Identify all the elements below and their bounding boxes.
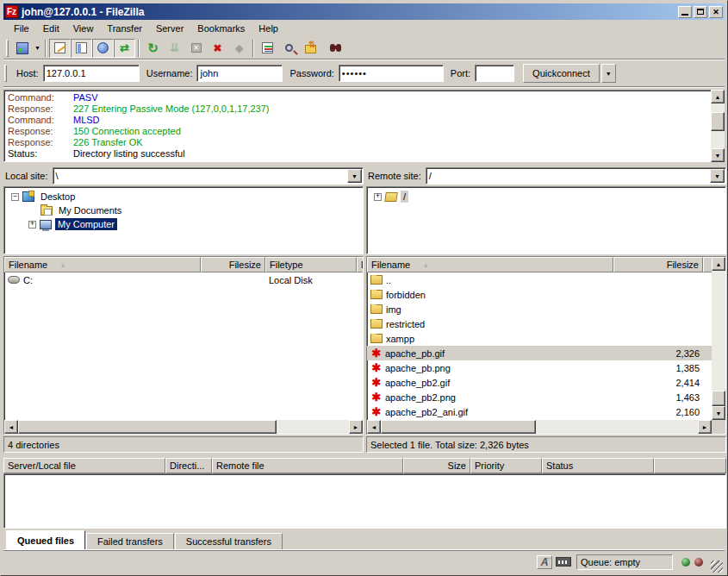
local-site-combo[interactable]: \ ▼ xyxy=(53,167,364,185)
port-input[interactable] xyxy=(475,65,514,82)
site-manager-button[interactable] xyxy=(11,39,33,58)
refresh-button[interactable]: ↻ xyxy=(142,39,164,58)
menu-help[interactable]: Help xyxy=(252,22,285,35)
tree-item-my-documents[interactable]: My Documents xyxy=(4,203,363,217)
local-site-value: \ xyxy=(53,171,346,181)
quickconnect-button[interactable]: Quickconnect xyxy=(523,64,600,83)
expand-expander-icon[interactable]: + xyxy=(28,221,36,229)
scroll-right-icon[interactable]: ► xyxy=(349,420,363,434)
log-scroll-thumb[interactable] xyxy=(711,112,725,131)
directory-comparison-button[interactable] xyxy=(278,39,300,58)
scroll-down-icon[interactable]: ▼ xyxy=(712,406,725,420)
username-input[interactable] xyxy=(196,65,283,82)
file-row[interactable]: ✱apache_pb2.png1,463 xyxy=(367,390,725,404)
column-header-status[interactable]: Status xyxy=(542,458,654,473)
maximize-button[interactable] xyxy=(694,6,707,18)
local-hscrollbar[interactable]: ◄ ► xyxy=(4,420,363,434)
toggle-message-log-button[interactable] xyxy=(49,39,71,58)
column-header-direction[interactable]: Directi... xyxy=(165,458,212,473)
close-button[interactable]: ✕ xyxy=(709,6,723,18)
cancel-icon: ✕ xyxy=(191,43,202,53)
expand-expander-icon[interactable]: + xyxy=(374,193,382,201)
remote-vscrollbar[interactable]: ▲ ▼ xyxy=(712,257,725,420)
remote-hscrollbar[interactable]: ◄ ► xyxy=(367,420,712,434)
column-header-filetype[interactable]: Filetype xyxy=(265,257,357,272)
remote-hscroll-thumb[interactable] xyxy=(381,420,536,434)
log-text: 227 Entering Passive Mode (127,0,0,1,17,… xyxy=(73,103,269,114)
menu-server[interactable]: Server xyxy=(149,22,190,35)
cancel-operation-button[interactable]: ✕ xyxy=(185,39,207,58)
file-row[interactable]: forbidden xyxy=(367,287,725,302)
column-header-truncated[interactable]: L xyxy=(357,257,364,272)
scroll-up-icon[interactable]: ▲ xyxy=(711,90,725,103)
resize-grip[interactable] xyxy=(711,560,723,573)
remote-vscroll-thumb[interactable] xyxy=(712,391,725,406)
filter-button[interactable] xyxy=(257,39,278,58)
toggle-remote-tree-button[interactable] xyxy=(92,39,114,58)
folder-icon xyxy=(370,290,383,299)
reconnect-button[interactable]: ◈ xyxy=(228,39,250,58)
tab-failed-transfers[interactable]: Failed transfers xyxy=(86,533,174,550)
minimize-button[interactable] xyxy=(678,6,692,18)
file-row-local-disk[interactable]: C: Local Disk xyxy=(4,272,363,287)
scroll-up-icon[interactable]: ▲ xyxy=(712,257,725,271)
toolbar-grip[interactable] xyxy=(6,40,9,57)
disconnect-button[interactable]: ✖ xyxy=(207,39,228,58)
tree-item-root[interactable]: + / xyxy=(367,190,725,203)
collapse-expander-icon[interactable]: − xyxy=(11,193,19,201)
menu-file[interactable]: File xyxy=(7,22,36,35)
tab-queued-files[interactable]: Queued files xyxy=(6,530,85,550)
menu-bookmarks[interactable]: Bookmarks xyxy=(190,22,252,35)
tree-item-my-computer[interactable]: + My Computer xyxy=(4,217,363,231)
column-header-filesize[interactable]: Filesize xyxy=(201,257,265,272)
file-row[interactable]: ✱apache_pb2.gif2,414 xyxy=(367,375,725,390)
column-header-remote-file[interactable]: Remote file xyxy=(212,458,403,473)
log-text: 226 Transfer OK xyxy=(73,137,143,147)
scroll-down-icon[interactable]: ▼ xyxy=(711,148,725,162)
local-list-header: Filename▲ Filesize Filetype L xyxy=(4,257,363,272)
quickbar-grip[interactable] xyxy=(4,65,7,82)
file-row-selected[interactable]: ✱apache_pb.gif2,326 xyxy=(367,346,725,360)
menu-transfer[interactable]: Transfer xyxy=(100,22,149,35)
file-row[interactable]: xampp xyxy=(367,331,725,346)
log-scrollbar[interactable]: ▲ ▼ xyxy=(711,90,725,162)
file-row[interactable]: ✱apache_pb2_ani.gif2,160 xyxy=(367,404,725,419)
synchronized-browsing-button[interactable] xyxy=(300,39,321,58)
host-input[interactable] xyxy=(43,65,140,82)
toggle-queue-button[interactable]: ⇄ xyxy=(114,39,135,58)
scroll-left-icon[interactable]: ◄ xyxy=(4,420,18,434)
folder-icon xyxy=(370,334,383,343)
remote-site-combo[interactable]: / ▼ xyxy=(426,167,726,185)
process-queue-button[interactable]: ⇊ xyxy=(164,39,185,58)
scroll-right-icon[interactable]: ► xyxy=(698,420,712,434)
menu-view[interactable]: View xyxy=(66,22,101,35)
site-manager-dropdown[interactable]: ▼ xyxy=(33,45,42,51)
chevron-down-icon[interactable]: ▼ xyxy=(710,169,725,183)
file-panes: Local site: \ ▼ − Desktop My Documents + xyxy=(3,163,726,453)
tree-item-desktop[interactable]: − Desktop xyxy=(4,190,363,203)
column-header-size[interactable]: Size xyxy=(403,458,470,473)
chevron-down-icon[interactable]: ▼ xyxy=(347,169,362,183)
folder-icon xyxy=(370,275,383,285)
quickconnect-dropdown[interactable]: ▼ xyxy=(601,64,616,83)
tab-successful-transfers[interactable]: Successful transfers xyxy=(175,533,283,550)
column-header-filename[interactable]: Filename▲ xyxy=(367,257,613,272)
site-manager-icon xyxy=(16,42,28,54)
file-row[interactable]: img xyxy=(367,302,725,316)
scroll-left-icon[interactable]: ◄ xyxy=(367,420,381,434)
username-label: Username: xyxy=(146,68,193,78)
column-header-filename[interactable]: Filename▲ xyxy=(4,257,201,272)
toggle-local-tree-button[interactable] xyxy=(71,39,92,58)
column-header-priority[interactable]: Priority xyxy=(470,458,542,473)
local-hscroll-thumb[interactable] xyxy=(18,420,277,434)
file-row[interactable]: ✱apache_pb.png1,385 xyxy=(367,360,725,375)
password-input[interactable] xyxy=(339,65,444,82)
menu-edit[interactable]: Edit xyxy=(36,22,66,35)
column-header-filesize[interactable]: Filesize xyxy=(613,257,703,272)
find-files-button[interactable] xyxy=(321,39,343,58)
ascii-data-type-icon: A xyxy=(537,555,552,569)
file-row[interactable]: .. xyxy=(367,272,725,287)
local-rows: C: Local Disk xyxy=(4,272,363,420)
file-row[interactable]: restricted xyxy=(367,316,725,331)
column-header-server-local-file[interactable]: Server/Local file xyxy=(3,458,165,473)
